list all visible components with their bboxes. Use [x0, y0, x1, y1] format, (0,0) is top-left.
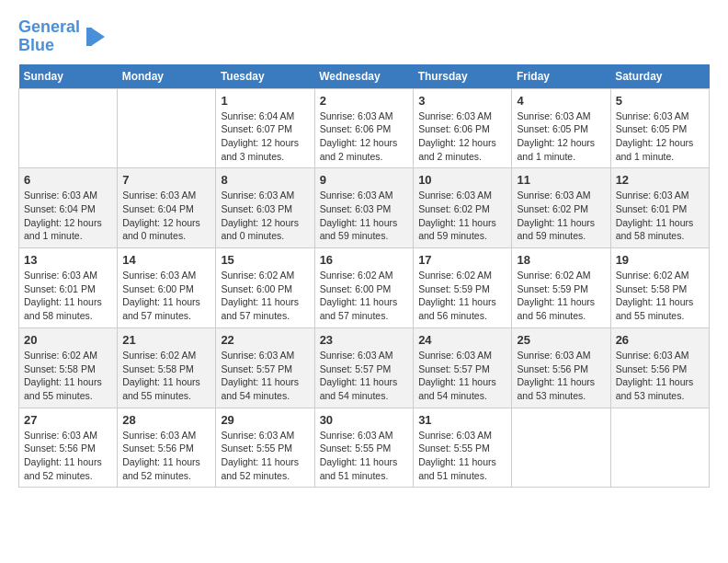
day-info: Sunrise: 6:03 AM Sunset: 5:56 PM Dayligh…: [616, 349, 704, 403]
calendar-cell: 12Sunrise: 6:03 AM Sunset: 6:01 PM Dayli…: [610, 168, 709, 248]
calendar-cell: 25Sunrise: 6:03 AM Sunset: 5:56 PM Dayli…: [512, 327, 610, 408]
calendar-body: 1Sunrise: 6:04 AM Sunset: 6:07 PM Daylig…: [19, 88, 710, 488]
calendar-cell: [610, 408, 709, 488]
calendar-week-1: 1Sunrise: 6:04 AM Sunset: 6:07 PM Daylig…: [19, 88, 710, 168]
day-info: Sunrise: 6:03 AM Sunset: 6:05 PM Dayligh…: [616, 109, 704, 164]
day-number: 31: [418, 413, 506, 427]
day-info: Sunrise: 6:03 AM Sunset: 6:05 PM Dayligh…: [517, 109, 605, 164]
day-info: Sunrise: 6:03 AM Sunset: 6:02 PM Dayligh…: [517, 189, 605, 243]
day-number: 22: [221, 333, 309, 347]
day-number: 19: [616, 253, 704, 267]
calendar-cell: 14Sunrise: 6:03 AM Sunset: 6:00 PM Dayli…: [118, 248, 216, 328]
calendar-cell: 21Sunrise: 6:02 AM Sunset: 5:58 PM Dayli…: [118, 327, 216, 408]
day-info: Sunrise: 6:02 AM Sunset: 5:58 PM Dayligh…: [616, 269, 704, 323]
calendar-cell: 20Sunrise: 6:02 AM Sunset: 5:58 PM Dayli…: [19, 327, 118, 408]
weekday-header-monday: Monday: [118, 64, 216, 89]
day-number: 28: [122, 413, 210, 427]
day-number: 26: [616, 333, 704, 347]
calendar-cell: 4Sunrise: 6:03 AM Sunset: 6:05 PM Daylig…: [512, 88, 610, 168]
calendar-cell: 28Sunrise: 6:03 AM Sunset: 5:56 PM Dayli…: [118, 408, 216, 488]
weekday-header-wednesday: Wednesday: [314, 64, 414, 89]
day-number: 27: [24, 413, 112, 427]
logo: GeneralBlue: [18, 18, 109, 55]
day-info: Sunrise: 6:03 AM Sunset: 5:55 PM Dayligh…: [320, 429, 409, 483]
day-info: Sunrise: 6:02 AM Sunset: 6:00 PM Dayligh…: [320, 269, 409, 323]
calendar-week-5: 27Sunrise: 6:03 AM Sunset: 5:56 PM Dayli…: [19, 408, 710, 488]
day-info: Sunrise: 6:03 AM Sunset: 5:55 PM Dayligh…: [221, 429, 309, 483]
day-number: 6: [24, 173, 112, 187]
calendar-cell: 30Sunrise: 6:03 AM Sunset: 5:55 PM Dayli…: [314, 408, 414, 488]
calendar-cell: 2Sunrise: 6:03 AM Sunset: 6:06 PM Daylig…: [314, 88, 414, 168]
day-number: 29: [221, 413, 309, 427]
calendar-cell: 8Sunrise: 6:03 AM Sunset: 6:03 PM Daylig…: [216, 168, 314, 248]
day-number: 10: [418, 173, 506, 187]
weekday-header-tuesday: Tuesday: [216, 64, 314, 89]
day-number: 13: [24, 253, 112, 267]
day-info: Sunrise: 6:02 AM Sunset: 5:58 PM Dayligh…: [122, 349, 210, 403]
day-info: Sunrise: 6:03 AM Sunset: 6:01 PM Dayligh…: [24, 269, 112, 323]
day-info: Sunrise: 6:03 AM Sunset: 6:03 PM Dayligh…: [320, 189, 409, 243]
day-info: Sunrise: 6:03 AM Sunset: 6:06 PM Dayligh…: [320, 109, 409, 164]
calendar-cell: 22Sunrise: 6:03 AM Sunset: 5:57 PM Dayli…: [216, 327, 314, 408]
calendar-cell: 19Sunrise: 6:02 AM Sunset: 5:58 PM Dayli…: [610, 248, 709, 328]
day-number: 23: [320, 333, 409, 347]
day-number: 14: [122, 253, 210, 267]
calendar-cell: 15Sunrise: 6:02 AM Sunset: 6:00 PM Dayli…: [216, 248, 314, 328]
day-number: 1: [221, 94, 309, 108]
day-info: Sunrise: 6:03 AM Sunset: 5:57 PM Dayligh…: [418, 349, 506, 403]
calendar-cell: 23Sunrise: 6:03 AM Sunset: 5:57 PM Dayli…: [314, 327, 414, 408]
calendar-week-4: 20Sunrise: 6:02 AM Sunset: 5:58 PM Dayli…: [19, 327, 710, 408]
day-info: Sunrise: 6:03 AM Sunset: 6:03 PM Dayligh…: [221, 189, 309, 243]
day-number: 2: [320, 94, 409, 108]
day-info: Sunrise: 6:02 AM Sunset: 5:59 PM Dayligh…: [418, 269, 506, 323]
logo-text: GeneralBlue: [18, 18, 80, 55]
calendar-table: SundayMondayTuesdayWednesdayThursdayFrid…: [18, 64, 710, 488]
weekday-header-friday: Friday: [512, 64, 610, 89]
calendar-cell: 6Sunrise: 6:03 AM Sunset: 6:04 PM Daylig…: [19, 168, 118, 248]
day-number: 24: [418, 333, 506, 347]
calendar-cell: 13Sunrise: 6:03 AM Sunset: 6:01 PM Dayli…: [19, 248, 118, 328]
calendar-cell: [118, 88, 216, 168]
calendar-cell: 9Sunrise: 6:03 AM Sunset: 6:03 PM Daylig…: [314, 168, 414, 248]
day-info: Sunrise: 6:03 AM Sunset: 5:57 PM Dayligh…: [221, 349, 309, 403]
calendar-cell: 31Sunrise: 6:03 AM Sunset: 5:55 PM Dayli…: [414, 408, 512, 488]
calendar-cell: 11Sunrise: 6:03 AM Sunset: 6:02 PM Dayli…: [512, 168, 610, 248]
calendar-week-2: 6Sunrise: 6:03 AM Sunset: 6:04 PM Daylig…: [19, 168, 710, 248]
day-info: Sunrise: 6:03 AM Sunset: 5:56 PM Dayligh…: [122, 429, 210, 483]
day-number: 4: [517, 94, 605, 108]
calendar-cell: 27Sunrise: 6:03 AM Sunset: 5:56 PM Dayli…: [19, 408, 118, 488]
day-info: Sunrise: 6:04 AM Sunset: 6:07 PM Dayligh…: [221, 109, 309, 164]
day-number: 15: [221, 253, 309, 267]
day-number: 11: [517, 173, 605, 187]
day-info: Sunrise: 6:03 AM Sunset: 5:57 PM Dayligh…: [320, 349, 409, 403]
day-number: 17: [418, 253, 506, 267]
calendar-cell: 3Sunrise: 6:03 AM Sunset: 6:06 PM Daylig…: [414, 88, 512, 168]
day-info: Sunrise: 6:03 AM Sunset: 5:56 PM Dayligh…: [24, 429, 112, 483]
calendar-cell: 16Sunrise: 6:02 AM Sunset: 6:00 PM Dayli…: [314, 248, 414, 328]
calendar-cell: [512, 408, 610, 488]
svg-rect-1: [86, 28, 92, 46]
day-number: 9: [320, 173, 409, 187]
day-info: Sunrise: 6:03 AM Sunset: 6:02 PM Dayligh…: [418, 189, 506, 243]
calendar-cell: 29Sunrise: 6:03 AM Sunset: 5:55 PM Dayli…: [216, 408, 314, 488]
calendar-cell: 7Sunrise: 6:03 AM Sunset: 6:04 PM Daylig…: [118, 168, 216, 248]
calendar-cell: 1Sunrise: 6:04 AM Sunset: 6:07 PM Daylig…: [216, 88, 314, 168]
calendar-cell: [19, 88, 118, 168]
weekday-header-saturday: Saturday: [610, 64, 709, 89]
svg-marker-0: [91, 28, 105, 46]
day-number: 5: [616, 94, 704, 108]
day-info: Sunrise: 6:03 AM Sunset: 6:04 PM Dayligh…: [24, 189, 112, 243]
page-header: GeneralBlue: [18, 18, 710, 55]
calendar-cell: 26Sunrise: 6:03 AM Sunset: 5:56 PM Dayli…: [610, 327, 709, 408]
calendar-cell: 18Sunrise: 6:02 AM Sunset: 5:59 PM Dayli…: [512, 248, 610, 328]
weekday-header-thursday: Thursday: [414, 64, 512, 89]
day-number: 18: [517, 253, 605, 267]
day-number: 12: [616, 173, 704, 187]
day-number: 3: [418, 94, 506, 108]
calendar-cell: 5Sunrise: 6:03 AM Sunset: 6:05 PM Daylig…: [610, 88, 709, 168]
day-info: Sunrise: 6:02 AM Sunset: 5:59 PM Dayligh…: [517, 269, 605, 323]
calendar-cell: 24Sunrise: 6:03 AM Sunset: 5:57 PM Dayli…: [414, 327, 512, 408]
weekday-header-sunday: Sunday: [19, 64, 118, 89]
day-info: Sunrise: 6:03 AM Sunset: 6:00 PM Dayligh…: [122, 269, 210, 323]
calendar-week-3: 13Sunrise: 6:03 AM Sunset: 6:01 PM Dayli…: [19, 248, 710, 328]
